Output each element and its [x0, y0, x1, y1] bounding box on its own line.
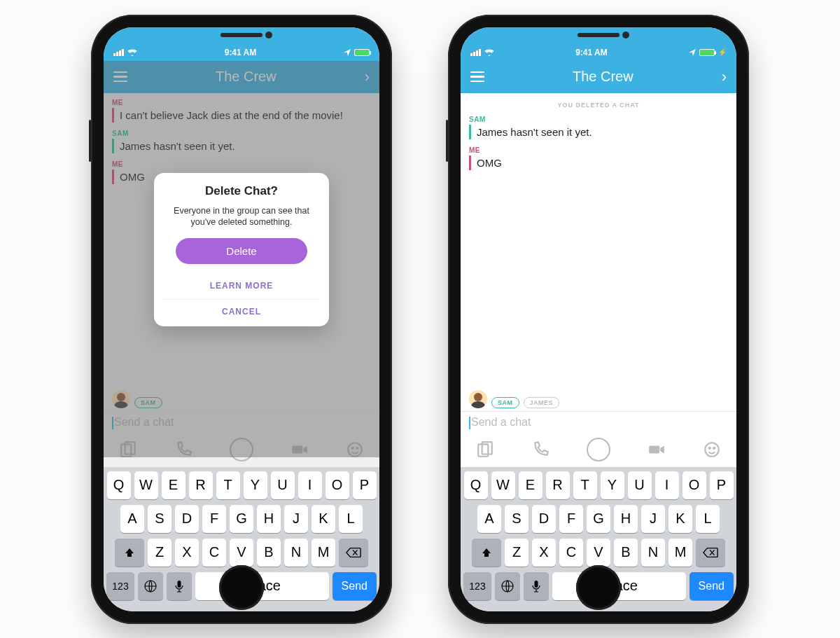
key-l[interactable]: L	[696, 505, 720, 533]
key-r[interactable]: R	[546, 471, 570, 499]
backspace-key[interactable]	[696, 539, 725, 567]
capture-button[interactable]	[587, 438, 610, 462]
modal-overlay[interactable]: Delete Chat? Everyone in the group can s…	[104, 61, 379, 457]
message[interactable]: SAM James hasn't seen it yet.	[469, 116, 728, 139]
key-j[interactable]: J	[641, 505, 665, 533]
key-p[interactable]: P	[353, 471, 377, 499]
key-k[interactable]: K	[312, 505, 335, 533]
dialog-body: Everyone in the group can see that you'v…	[164, 205, 319, 229]
key-c[interactable]: C	[202, 539, 226, 567]
key-w[interactable]: W	[491, 471, 515, 499]
message[interactable]: ME OMG	[469, 146, 728, 170]
dialog-title: Delete Chat?	[164, 184, 319, 198]
text-cursor	[469, 417, 470, 429]
key-f[interactable]: F	[559, 505, 583, 533]
key-f[interactable]: F	[202, 505, 226, 533]
phone-speaker	[578, 33, 620, 37]
keyboard-row: ASDFGHJKL	[463, 505, 734, 533]
key-t[interactable]: T	[216, 471, 240, 499]
location-icon	[344, 49, 351, 56]
key-w[interactable]: W	[134, 471, 158, 499]
key-y[interactable]: Y	[601, 471, 624, 499]
key-q[interactable]: Q	[107, 471, 131, 499]
send-key[interactable]: Send	[332, 572, 377, 600]
home-button[interactable]	[219, 565, 264, 610]
svg-point-11	[705, 443, 719, 457]
key-g[interactable]: G	[230, 505, 253, 533]
mic-key[interactable]	[167, 572, 192, 600]
globe-key[interactable]	[495, 572, 520, 600]
key-z[interactable]: Z	[148, 539, 172, 567]
battery-icon	[699, 49, 715, 56]
phone-mockup-left: 9:41 AM The Crew › ME I can't believe Ja…	[91, 15, 392, 624]
phone-icon[interactable]	[531, 441, 550, 459]
delete-button[interactable]: Delete	[176, 238, 308, 264]
key-s[interactable]: S	[148, 505, 172, 533]
key-d[interactable]: D	[532, 505, 556, 533]
key-k[interactable]: K	[668, 505, 692, 533]
key-b[interactable]: B	[614, 539, 638, 567]
globe-key[interactable]	[138, 572, 163, 600]
key-v[interactable]: V	[587, 539, 610, 567]
wifi-icon	[484, 48, 494, 56]
key-x[interactable]: X	[532, 539, 556, 567]
backspace-key[interactable]	[339, 539, 368, 567]
chat-input[interactable]: Send a chat	[461, 411, 736, 434]
key-r[interactable]: R	[189, 471, 213, 499]
key-a[interactable]: A	[120, 505, 144, 533]
key-d[interactable]: D	[175, 505, 199, 533]
key-o[interactable]: O	[326, 471, 349, 499]
key-m[interactable]: M	[668, 539, 692, 567]
key-n[interactable]: N	[641, 539, 665, 567]
cancel-button[interactable]: CANCEL	[164, 299, 319, 324]
chat-title: The Crew	[573, 69, 634, 85]
numbers-key[interactable]: 123	[463, 572, 491, 600]
key-u[interactable]: U	[271, 471, 295, 499]
mic-key[interactable]	[524, 572, 549, 600]
key-g[interactable]: G	[587, 505, 610, 533]
emoji-icon[interactable]	[703, 441, 721, 459]
key-c[interactable]: C	[559, 539, 583, 567]
key-l[interactable]: L	[339, 505, 363, 533]
learn-more-button[interactable]: LEARN MORE	[164, 274, 319, 298]
chevron-right-icon[interactable]: ›	[722, 68, 727, 86]
key-h[interactable]: H	[257, 505, 281, 533]
signal-icon	[470, 49, 481, 56]
key-q[interactable]: Q	[464, 471, 488, 499]
key-j[interactable]: J	[284, 505, 308, 533]
phone-camera	[622, 32, 629, 39]
key-p[interactable]: P	[710, 471, 734, 499]
key-u[interactable]: U	[628, 471, 652, 499]
key-i[interactable]: I	[298, 471, 322, 499]
key-o[interactable]: O	[682, 471, 706, 499]
key-z[interactable]: Z	[505, 539, 528, 567]
key-b[interactable]: B	[257, 539, 281, 567]
video-icon[interactable]	[648, 441, 666, 459]
charging-icon: ⚡	[718, 48, 727, 56]
key-s[interactable]: S	[505, 505, 528, 533]
avatar[interactable]	[469, 390, 487, 408]
menu-icon[interactable]	[470, 71, 484, 83]
deleted-banner: YOU DELETED A CHAT	[469, 102, 728, 109]
gallery-icon[interactable]	[476, 441, 494, 459]
key-e[interactable]: E	[519, 471, 542, 499]
key-i[interactable]: I	[655, 471, 679, 499]
svg-rect-7	[178, 581, 181, 588]
key-n[interactable]: N	[284, 539, 308, 567]
key-x[interactable]: X	[175, 539, 199, 567]
svg-point-12	[709, 447, 710, 448]
send-key[interactable]: Send	[690, 572, 734, 600]
key-v[interactable]: V	[230, 539, 253, 567]
key-a[interactable]: A	[477, 505, 501, 533]
numbers-key[interactable]: 123	[106, 572, 134, 600]
phone-mockup-right: 9:41 AM ⚡ The Crew › YOU DELETED A CHAT …	[448, 15, 749, 624]
key-e[interactable]: E	[162, 471, 186, 499]
shift-key[interactable]	[115, 539, 144, 567]
input-placeholder: Send a chat	[471, 416, 531, 428]
home-button[interactable]	[576, 565, 621, 610]
key-h[interactable]: H	[614, 505, 638, 533]
key-t[interactable]: T	[573, 471, 597, 499]
key-y[interactable]: Y	[244, 471, 267, 499]
key-m[interactable]: M	[312, 539, 335, 567]
shift-key[interactable]	[472, 539, 501, 567]
